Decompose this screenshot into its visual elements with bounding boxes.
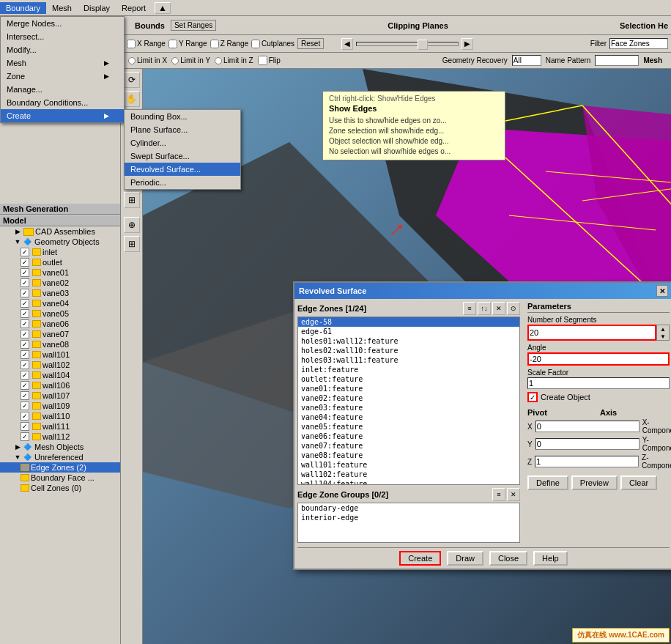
vane04-item[interactable]: ✓ vane04: [0, 298, 120, 308]
unreferenced-item[interactable]: ▼ 🔷 Unreferenced: [0, 452, 120, 462]
menu-create[interactable]: Create ▶ Bounding Box... Plane Surface..…: [1, 109, 121, 122]
tool-pan[interactable]: ✋: [124, 91, 140, 107]
wall111-item[interactable]: ✓ wall111: [0, 421, 120, 432]
pivot-z-input[interactable]: [535, 456, 639, 467]
list-item-wall104[interactable]: wall104:feature: [298, 479, 519, 485]
nav-left[interactable]: ◀: [341, 38, 353, 50]
wall104-item[interactable]: ✓ wall104: [0, 370, 120, 380]
wall101-item[interactable]: ✓ wall101: [0, 349, 120, 360]
list-item-vane01[interactable]: vane01:feature: [298, 384, 519, 393]
list-item-vane04[interactable]: vane04:feature: [298, 412, 519, 422]
cad-assemblies-item[interactable]: ▶ CAD Assemblies: [0, 226, 120, 237]
inlet-item[interactable]: ✓ inlet: [0, 247, 120, 257]
cell-zones-item[interactable]: Cell Zones (0): [0, 483, 120, 493]
vane05-item[interactable]: ✓ vane05: [0, 308, 120, 319]
cutplanes-cb[interactable]: [251, 40, 260, 48]
menu-boundary-cond[interactable]: Boundary Conditions...: [1, 96, 121, 109]
flip-cb[interactable]: [258, 56, 267, 65]
nav-right[interactable]: ▶: [461, 38, 473, 50]
wall109-item[interactable]: ✓ wall109: [0, 401, 120, 411]
draw-btn[interactable]: Draw: [447, 551, 483, 566]
wall110-item[interactable]: ✓ wall110: [0, 411, 120, 421]
edge-zone-groups-list[interactable]: boundary-edge interior-edge: [297, 503, 520, 543]
wall106-item[interactable]: ✓ wall106: [0, 380, 120, 391]
vane01-item[interactable]: ✓ vane01: [0, 267, 120, 278]
boundary-face-item[interactable]: Boundary Face ...: [0, 473, 120, 483]
tool-move[interactable]: ⊕: [124, 217, 140, 233]
filter-input[interactable]: [609, 38, 668, 49]
list-item-outlet[interactable]: outlet:feature: [298, 374, 519, 384]
list-item-edge61[interactable]: edge-61: [298, 327, 519, 336]
name-pattern-input[interactable]: [595, 55, 639, 66]
dialog-close-btn[interactable]: ✕: [656, 285, 668, 297]
list-item-vane08[interactable]: vane08:feature: [298, 451, 519, 460]
menu-manage[interactable]: Manage...: [1, 83, 121, 96]
set-ranges-btn[interactable]: Set Ranges: [171, 20, 216, 31]
edge-zones-list[interactable]: edge-58 edge-61 holes01:wall12:feature h…: [297, 317, 520, 485]
preview-btn[interactable]: Preview: [571, 475, 618, 490]
wall112-item[interactable]: ✓ wall112: [0, 432, 120, 442]
num-segments-input[interactable]: 20: [527, 325, 656, 341]
create-object-cb[interactable]: ✓: [527, 392, 538, 402]
list-item-vane07[interactable]: vane07:feature: [298, 441, 519, 451]
collapse-btn[interactable]: ▲: [155, 2, 171, 14]
edge-zones-item[interactable]: Edge Zones (2): [0, 462, 120, 473]
filter-btn[interactable]: ≡: [463, 302, 476, 315]
pivot-x-input[interactable]: [535, 421, 640, 432]
list-item-vane03[interactable]: vane03:feature: [298, 403, 519, 412]
pivot-y-input[interactable]: [535, 438, 640, 450]
groups-filter-btn[interactable]: ≡: [492, 488, 505, 501]
wall107-item[interactable]: ✓ wall107: [0, 391, 120, 401]
geometry-recovery-input[interactable]: [512, 55, 541, 66]
outlet-item[interactable]: ✓ outlet: [0, 257, 120, 267]
list-item-holes02[interactable]: holes02:wall10:feature: [298, 346, 519, 355]
sort-btn[interactable]: ↑↓: [478, 302, 491, 315]
x-range-cb[interactable]: [127, 40, 136, 48]
tool-grid[interactable]: ⊞: [124, 236, 140, 252]
target-btn[interactable]: ⊙: [507, 302, 520, 315]
list-item-wall101[interactable]: wall101:feature: [298, 460, 519, 470]
list-item-wall102[interactable]: wall102:feature: [298, 470, 519, 479]
scale-factor-input[interactable]: 1: [527, 377, 670, 389]
list-item-edge58[interactable]: edge-58: [298, 317, 519, 327]
menu-boundary[interactable]: Boundary: [0, 2, 46, 14]
list-item-holes03[interactable]: holes03:wall11:feature: [298, 355, 519, 365]
list-item-vane02[interactable]: vane02:feature: [298, 393, 519, 403]
num-segments-input-row: 20 ▲ ▼: [527, 325, 670, 341]
dialog-titlebar[interactable]: Revolved Surface ✕: [294, 283, 671, 299]
spin-down-btn[interactable]: ▼: [657, 333, 669, 340]
vane06-item[interactable]: ✓ vane06: [0, 319, 120, 329]
close-btn[interactable]: Close: [489, 551, 527, 566]
y-range-cb[interactable]: [168, 40, 177, 48]
list-item-vane06[interactable]: vane06:feature: [298, 432, 519, 441]
groups-clear-btn[interactable]: ✕: [507, 488, 520, 501]
geometry-objects-item[interactable]: ▼ 🔷 Geometry Objects: [0, 237, 120, 247]
define-btn[interactable]: Define: [527, 475, 568, 490]
menu-report[interactable]: Report: [116, 2, 152, 14]
angle-input[interactable]: -20: [527, 352, 670, 366]
tool-rotate[interactable]: ⟳: [124, 72, 140, 88]
wall102-item[interactable]: ✓ wall102: [0, 360, 120, 370]
menu-zone-sub[interactable]: Zone ▶: [1, 70, 121, 83]
clear-btn[interactable]: Clear: [620, 475, 657, 490]
menu-mesh[interactable]: Mesh: [46, 2, 78, 14]
clear-selection-btn[interactable]: ✕: [492, 302, 505, 315]
reset-btn[interactable]: Reset: [297, 38, 324, 49]
help-btn[interactable]: Help: [533, 551, 568, 566]
list-item-boundary-edge[interactable]: boundary-edge: [298, 503, 519, 513]
vane07-item[interactable]: ✓ vane07: [0, 329, 120, 339]
list-item-inlet[interactable]: inlet:feature: [298, 365, 519, 374]
slider-thumb[interactable]: [418, 40, 428, 50]
vane03-item[interactable]: ✓ vane03: [0, 288, 120, 298]
list-item-vane05[interactable]: vane05:feature: [298, 422, 519, 432]
z-range-cb[interactable]: [210, 40, 219, 48]
menu-display[interactable]: Display: [78, 2, 116, 14]
vane02-item[interactable]: ✓ vane02: [0, 278, 120, 288]
spin-up-btn[interactable]: ▲: [657, 325, 669, 333]
list-item-holes01[interactable]: holes01:wall12:feature: [298, 336, 519, 346]
create-btn[interactable]: Create: [399, 551, 441, 566]
vane08-item[interactable]: ✓ vane08: [0, 339, 120, 349]
mesh-objects-item[interactable]: ▶ 🔷 Mesh Objects: [0, 442, 120, 452]
tool-center[interactable]: ⊞: [124, 192, 140, 208]
list-item-interior-edge[interactable]: interior-edge: [298, 513, 519, 522]
